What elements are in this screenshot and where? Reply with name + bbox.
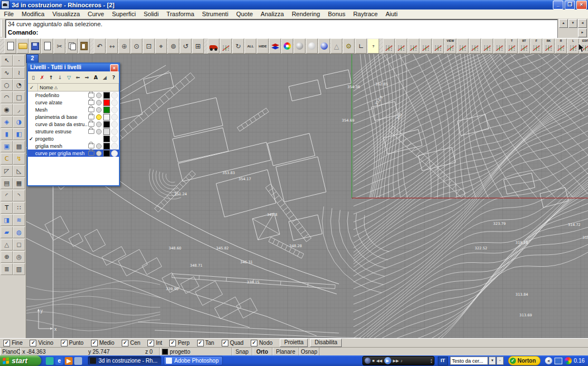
osnap-quad[interactable]: ✓Quad (222, 340, 243, 346)
pan-icon[interactable]: ↔ (106, 38, 118, 54)
layer-name[interactable]: strutture estruse (35, 129, 88, 134)
command-next-button[interactable]: ▸ (578, 28, 587, 37)
tray-display-icon[interactable] (554, 358, 562, 364)
wmp-previous-button[interactable]: ◀◀ (376, 359, 383, 363)
menu-aiuti[interactable]: Aiuti (381, 10, 401, 18)
new-file-icon[interactable] (4, 38, 16, 54)
layer-color-swatch[interactable] (103, 92, 110, 99)
join-tool-icon[interactable]: ≋ (13, 214, 25, 226)
sort-button[interactable]: ◢ (101, 73, 109, 82)
rotate-view-icon[interactable]: ⊕ (118, 38, 130, 54)
mesh-tool-icon[interactable]: ▩ (13, 141, 25, 152)
layer-row[interactable]: curve alzate (28, 99, 119, 106)
layer-row[interactable]: Predefinito (28, 92, 119, 99)
layer-color-swatch[interactable] (103, 150, 110, 157)
dimension-icon[interactable]: ∟ (355, 38, 367, 54)
filter-button[interactable]: ▽ (65, 73, 73, 82)
mirror-tool-icon[interactable]: ◨ (1, 214, 13, 226)
rectangle-tool-icon[interactable]: □ (13, 92, 25, 103)
messenger-icon[interactable] (46, 357, 54, 365)
properties-tool-icon[interactable]: ▥ (13, 263, 25, 275)
language-indicator[interactable]: IT (438, 357, 448, 365)
layer-material-icon[interactable] (111, 92, 118, 99)
task-button[interactable]: Adobe Photoshop (164, 356, 223, 365)
current-layer-check[interactable]: ✓ (29, 136, 35, 142)
layer-name[interactable]: Mesh (35, 107, 88, 113)
layer-material-icon[interactable] (111, 121, 118, 128)
viewport-tab[interactable]: 2 (26, 54, 39, 63)
zoom-selected-icon[interactable]: ⌖ (155, 38, 167, 54)
polyline-tool-icon[interactable]: ∿ (1, 67, 13, 79)
menu-bonus[interactable]: Bonus (324, 10, 349, 18)
circle-center-tool-icon[interactable]: ◉ (1, 104, 13, 115)
box-tool-icon[interactable]: ▮ (1, 128, 13, 140)
set-view-back-icon[interactable]: BK (543, 38, 554, 54)
array-tool-icon[interactable]: ▤ (1, 177, 13, 189)
plane-tool-icon[interactable]: ◻ (13, 239, 25, 251)
split-tool-icon[interactable]: ◺ (13, 165, 25, 177)
restore-button[interactable]: ❐ (565, 1, 575, 9)
set-view-right-icon[interactable]: R (555, 38, 567, 54)
minimize-button[interactable]: _ (553, 1, 563, 9)
curve-tool-icon[interactable]: ≀ (13, 67, 25, 79)
menu-curve[interactable]: Curve (84, 10, 108, 18)
bulb-icon[interactable] (96, 93, 102, 98)
menu-raytrace[interactable]: Raytrace (349, 10, 381, 18)
extend-tool-icon[interactable]: ◜ (1, 190, 13, 201)
lock-icon[interactable] (88, 100, 94, 105)
ghosted-view-icon[interactable] (306, 38, 318, 54)
save-icon[interactable] (29, 38, 41, 54)
layers-tool-icon[interactable]: ≣ (1, 263, 13, 275)
proietta-button[interactable]: Proietta (280, 339, 308, 347)
command-prompt[interactable]: Comando: (8, 28, 555, 37)
current-layer-pane[interactable]: progetto (160, 348, 232, 356)
bulb-icon[interactable] (96, 151, 102, 156)
layer-name[interactable]: planimetria di base (35, 114, 88, 120)
open-file-icon[interactable] (17, 38, 28, 54)
delete-layer-button[interactable]: ✗ (38, 73, 46, 82)
revolve-tool-icon[interactable]: ▣ (1, 141, 13, 152)
cplane-2point-icon[interactable] (469, 38, 481, 54)
layer-color-swatch[interactable] (103, 121, 110, 128)
start-button[interactable]: start (0, 355, 41, 366)
wmp-next-button[interactable]: ▶▶ (393, 359, 399, 363)
layer-material-icon[interactable] (111, 128, 118, 135)
command-scroll-down-button[interactable]: ▾ (568, 19, 577, 28)
media-player-icon[interactable]: ▶ (65, 357, 73, 365)
cplane-points-icon[interactable] (481, 38, 493, 54)
menu-trasforma[interactable]: Trasforma (162, 10, 198, 18)
set-view-front-icon[interactable]: F (530, 38, 542, 54)
cplane-rotate-icon[interactable] (432, 38, 444, 54)
text-tool-icon[interactable]: T (1, 202, 13, 214)
tray-color-icon[interactable] (565, 357, 572, 364)
osnap-nodo[interactable]: ✓Nodo (251, 340, 273, 346)
checkbox-checked-icon[interactable]: ✓ (3, 340, 10, 346)
layer-color-swatch[interactable] (103, 114, 110, 121)
menu-strumenti[interactable]: Strumenti (198, 10, 232, 18)
export-icon[interactable] (41, 38, 53, 54)
menu-file[interactable]: File (0, 10, 18, 18)
layer-material-icon[interactable] (111, 150, 118, 157)
layer-material-icon[interactable] (111, 114, 118, 121)
layer-color-swatch[interactable] (103, 143, 110, 150)
cplane-3point-icon[interactable] (408, 38, 419, 54)
osnap-perp[interactable]: ✓Perp (169, 340, 189, 346)
osnap-medio[interactable]: ✓Medio (91, 340, 114, 346)
explode-tool-icon[interactable]: ↯ (13, 153, 25, 165)
checkbox-checked-icon[interactable]: ✓ (251, 340, 257, 346)
set-view-bottom-icon[interactable]: BT (518, 38, 530, 54)
task-button[interactable]: 3d in costruzione - Rh... (88, 356, 161, 365)
shaded-view-icon[interactable] (294, 38, 305, 54)
layer-row[interactable]: strutture estruse (28, 128, 119, 135)
checkbox-checked-icon[interactable]: ✓ (30, 340, 36, 346)
show-desktop-icon[interactable] (74, 357, 82, 365)
bulb-icon[interactable] (96, 143, 102, 149)
orient-tool-icon[interactable]: ⊕ (1, 251, 13, 263)
layer-material-icon[interactable] (111, 99, 118, 106)
ellipse-tool-icon[interactable]: ◔ (13, 79, 25, 91)
layer-color-swatch[interactable] (103, 128, 110, 135)
bulb-icon[interactable] (96, 129, 102, 134)
bulb-icon[interactable] (96, 107, 102, 113)
checkbox-checked-icon[interactable]: ✓ (197, 340, 204, 346)
bulb-icon[interactable] (96, 100, 102, 105)
